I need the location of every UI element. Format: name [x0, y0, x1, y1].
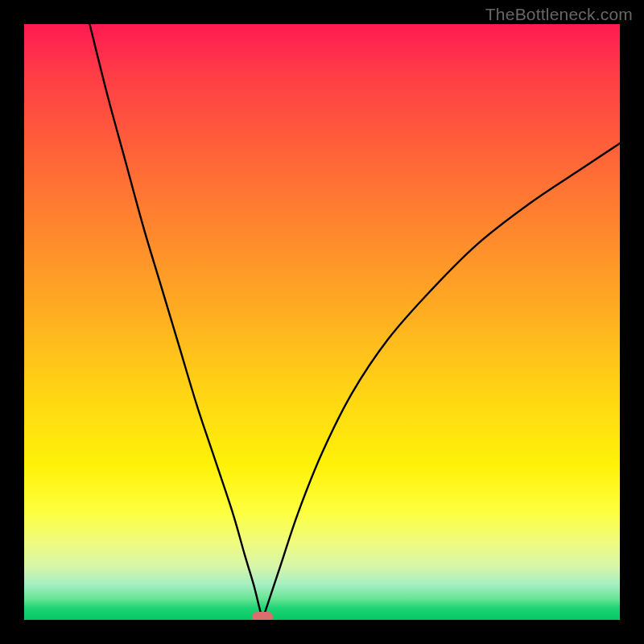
- chart-frame: TheBottleneck.com: [0, 0, 644, 644]
- plot-area: [24, 24, 620, 620]
- curve-right-branch: [262, 143, 620, 620]
- watermark-text: TheBottleneck.com: [485, 5, 633, 24]
- bottleneck-marker: [252, 612, 273, 620]
- bottleneck-curve: [24, 24, 620, 620]
- curve-left-branch: [89, 24, 262, 620]
